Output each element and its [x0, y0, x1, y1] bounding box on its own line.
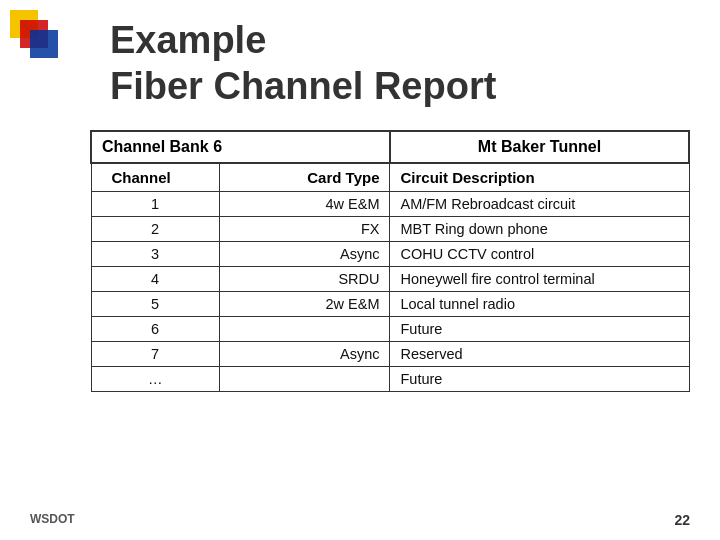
- subheader-cardtype: Card Type: [219, 163, 390, 192]
- cell-channel: 6: [91, 317, 219, 342]
- cell-description: MBT Ring down phone: [390, 217, 689, 242]
- table-row: 14w E&MAM/FM Rebroadcast circuit: [91, 192, 689, 217]
- cell-cardtype: Async: [219, 242, 390, 267]
- cell-channel: 1: [91, 192, 219, 217]
- cell-cardtype: SRDU: [219, 267, 390, 292]
- cell-channel: 5: [91, 292, 219, 317]
- cell-channel: 7: [91, 342, 219, 367]
- table-area: Channel Bank 6 Mt Baker Tunnel Channel C…: [90, 130, 690, 392]
- table-row: 4SRDUHoneywell fire control terminal: [91, 267, 689, 292]
- cell-description: Future: [390, 367, 689, 392]
- title-text: Example Fiber Channel Report: [110, 18, 690, 109]
- cell-description: AM/FM Rebroadcast circuit: [390, 192, 689, 217]
- cell-cardtype: [219, 367, 390, 392]
- cell-description: Local tunnel radio: [390, 292, 689, 317]
- table-body: 14w E&MAM/FM Rebroadcast circuit2FXMBT R…: [91, 192, 689, 392]
- cell-channel: 4: [91, 267, 219, 292]
- cell-channel: 3: [91, 242, 219, 267]
- title-line1: Example: [110, 19, 266, 61]
- subheader-desc: Circuit Description: [390, 163, 689, 192]
- title-area: Example Fiber Channel Report: [110, 18, 690, 109]
- table-header-row: Channel Bank 6 Mt Baker Tunnel: [91, 131, 689, 163]
- table-row: 2FXMBT Ring down phone: [91, 217, 689, 242]
- subheader-channel: Channel: [91, 163, 219, 192]
- cell-description: Future: [390, 317, 689, 342]
- cell-cardtype: [219, 317, 390, 342]
- logo-blue-block: [30, 30, 58, 58]
- cell-description: COHU CCTV control: [390, 242, 689, 267]
- table-row: 52w E&MLocal tunnel radio: [91, 292, 689, 317]
- cell-cardtype: FX: [219, 217, 390, 242]
- footer-org: WSDOT: [30, 512, 75, 528]
- header-bank: Channel Bank 6: [91, 131, 390, 163]
- table-row: …Future: [91, 367, 689, 392]
- table-row: 6Future: [91, 317, 689, 342]
- fiber-channel-table: Channel Bank 6 Mt Baker Tunnel Channel C…: [90, 130, 690, 392]
- cell-cardtype: Async: [219, 342, 390, 367]
- cell-cardtype: 4w E&M: [219, 192, 390, 217]
- slide: Example Fiber Channel Report Channel Ban…: [0, 0, 720, 540]
- title-line2: Fiber Channel Report: [110, 65, 496, 107]
- footer-page: 22: [674, 512, 690, 528]
- footer: WSDOT 22: [0, 512, 720, 528]
- cell-description: Reserved: [390, 342, 689, 367]
- cell-channel: 2: [91, 217, 219, 242]
- table-row: 7AsyncReserved: [91, 342, 689, 367]
- cell-channel: …: [91, 367, 219, 392]
- cell-description: Honeywell fire control terminal: [390, 267, 689, 292]
- table-row: 3AsyncCOHU CCTV control: [91, 242, 689, 267]
- table-subheader-row: Channel Card Type Circuit Description: [91, 163, 689, 192]
- header-tunnel: Mt Baker Tunnel: [390, 131, 689, 163]
- logo-decoration: [10, 10, 60, 80]
- cell-cardtype: 2w E&M: [219, 292, 390, 317]
